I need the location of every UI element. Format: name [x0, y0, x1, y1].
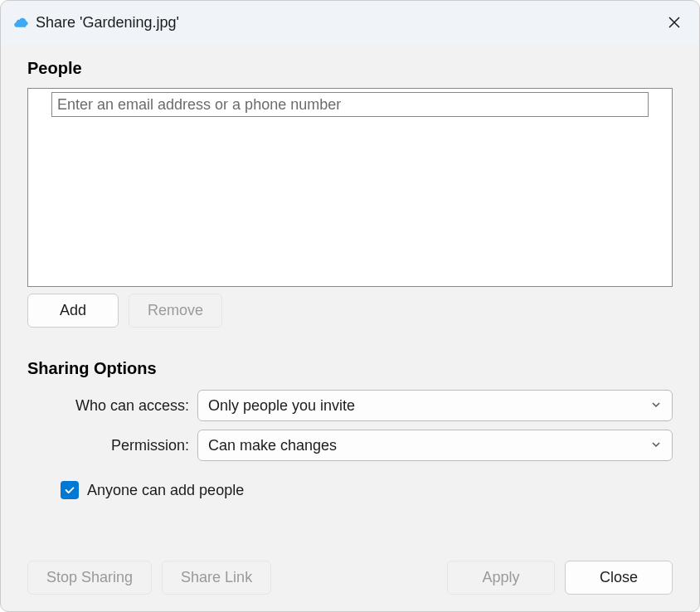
anyone-add-checkbox[interactable] [61, 481, 79, 499]
close-button[interactable]: Close [565, 561, 673, 595]
permission-label: Permission: [27, 437, 197, 454]
titlebar: Share 'Gardening.jpg' [1, 1, 699, 44]
anyone-add-row: Anyone can add people [61, 481, 673, 499]
dialog-title: Share 'Gardening.jpg' [36, 14, 179, 32]
permission-select[interactable]: Can make changes [197, 430, 673, 461]
people-list-box [27, 88, 673, 287]
share-dialog: Share 'Gardening.jpg' People Add Remove … [0, 0, 700, 612]
who-can-access-label: Who can access: [27, 397, 197, 415]
apply-button[interactable]: Apply [447, 561, 555, 595]
close-icon [668, 16, 681, 29]
footer-right: Apply Close [447, 561, 673, 595]
sharing-options-heading: Sharing Options [27, 359, 673, 378]
who-can-access-select-wrap: Only people you invite [197, 390, 673, 421]
permission-row: Permission: Can make changes [27, 430, 673, 461]
people-heading: People [27, 59, 673, 78]
titlebar-left: Share 'Gardening.jpg' [12, 14, 179, 32]
check-icon [64, 484, 75, 496]
permission-select-wrap: Can make changes [197, 430, 673, 461]
footer-left: Stop Sharing Share Link [27, 561, 271, 595]
who-can-access-row: Who can access: Only people you invite [27, 390, 673, 421]
who-can-access-select[interactable]: Only people you invite [197, 390, 673, 421]
share-link-button[interactable]: Share Link [162, 561, 271, 595]
icloud-icon [12, 14, 29, 31]
anyone-add-label: Anyone can add people [87, 482, 244, 499]
people-buttons-row: Add Remove [27, 294, 673, 328]
remove-button[interactable]: Remove [129, 294, 222, 328]
content-area: People Add Remove Sharing Options Who ca… [1, 44, 699, 611]
add-button[interactable]: Add [27, 294, 119, 328]
email-input[interactable] [51, 92, 649, 117]
close-window-button[interactable] [661, 9, 688, 36]
footer-row: Stop Sharing Share Link Apply Close [27, 544, 673, 595]
stop-sharing-button[interactable]: Stop Sharing [27, 561, 152, 595]
